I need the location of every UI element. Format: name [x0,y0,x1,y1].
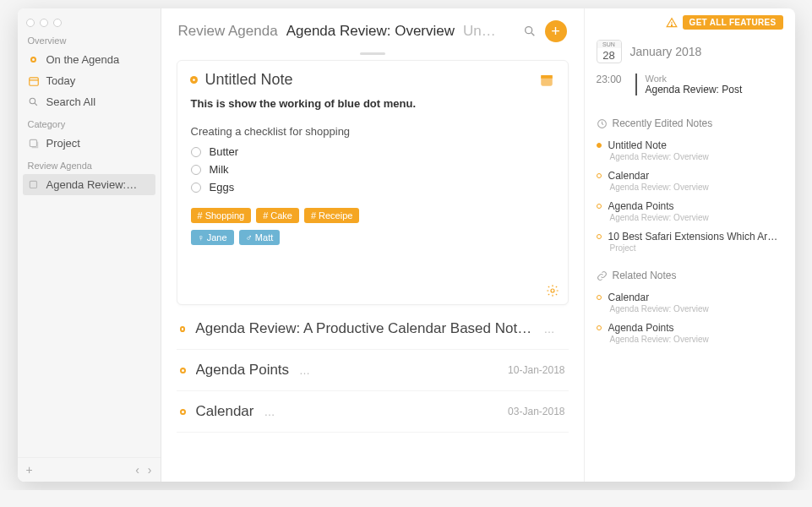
sidebar-item-on-the-agenda[interactable]: On the Agenda [18,49,161,70]
add-note-button[interactable]: + [545,20,567,42]
svg-line-7 [531,33,534,35]
tag-cake[interactable]: #Cake [256,208,299,223]
agenda-dot-icon [597,234,602,239]
event-time: 23:00 [597,74,627,95]
search-icon [28,96,40,108]
event-category: Work [646,74,743,84]
checkbox-icon[interactable] [191,165,201,175]
sidebar-section-category: Category [18,112,161,133]
search-button[interactable] [523,25,537,38]
ellipsis-icon: … [544,323,555,335]
nav-forward-button[interactable]: › [148,463,152,477]
note-body[interactable]: This is show the working of blue dot men… [191,89,554,245]
get-all-features-button[interactable]: GET ALL FEATURES [683,15,783,30]
note-list-title: Calendar [196,403,254,420]
gear-icon[interactable] [546,284,559,297]
window-controls [18,14,161,29]
sidebar-footer: + ‹ › [18,457,161,482]
agenda-dot-icon [180,326,186,332]
calendar-icon [28,75,40,87]
people-row: ♀Jane ♂Matt [191,230,554,245]
svg-rect-9 [541,75,553,79]
svg-line-3 [35,103,37,106]
sidebar-item-label: Search All [46,95,96,108]
svg-rect-0 [29,77,38,84]
note-list-title: Agenda Points [196,362,290,379]
agenda-dot-icon[interactable] [191,77,197,83]
note-list-title: Agenda Review: A Productive Calendar Bas… [195,320,533,337]
sidebar-item-today[interactable]: Today [18,70,161,91]
minimize-window[interactable] [40,19,48,27]
tag-shopping[interactable]: #Shopping [191,208,252,223]
app-window: Overview On the Agenda Today Search All … [18,8,795,482]
right-panel: GET ALL FEATURES SUN 28 January 2018 23:… [584,8,795,482]
note-list-item[interactable]: Calendar … 03-Jan-2018 [177,391,569,433]
sidebar-section-overview: Overview [18,29,161,49]
checkbox-icon[interactable] [191,147,201,157]
sidebar-item-label: Project [46,137,80,150]
drag-handle[interactable] [360,52,385,55]
checklist-item[interactable]: Milk [191,161,554,178]
checkbox-icon[interactable] [191,183,201,193]
svg-point-2 [30,98,35,104]
stack-icon [28,138,40,150]
checklist: Creating a checklist for shopping Butter… [191,125,554,196]
agenda-dot-icon [28,54,40,66]
sidebar-item-label: Agenda Review:… [46,178,138,191]
calendar-header[interactable]: SUN 28 January 2018 [597,40,783,63]
note-list-item[interactable]: Agenda Points … 10-Jan-2018 [177,350,569,391]
warning-icon[interactable] [666,17,678,29]
sidebar: Overview On the Agenda Today Search All … [18,8,161,482]
calendar-event[interactable]: 23:00 Work Agenda Review: Post [597,74,783,95]
related-note-item[interactable]: Calendar Agenda Review: Overview [597,288,783,319]
note-title[interactable]: Untitled Note [205,71,293,89]
close-window[interactable] [26,19,35,27]
sidebar-item-label: Today [46,74,76,87]
related-section-header: Related Notes [597,270,783,281]
agenda-dot-icon [180,368,186,373]
note-body-line: This is show the working of blue dot men… [191,97,554,110]
tag-row: #Shopping #Cake #Receipe [191,208,554,223]
svg-rect-5 [30,181,36,188]
recent-note-item[interactable]: Agenda Points Agenda Review: Overview [597,197,783,227]
checklist-item[interactable]: Eggs [191,178,554,196]
recent-note-item[interactable]: 10 Best Safari Extensions Which Are Actu… [597,227,783,258]
agenda-dot-icon [597,173,602,178]
sidebar-item-search-all[interactable]: Search All [18,91,161,112]
recent-note-item[interactable]: Untitled Note Agenda Review: Overview [597,136,783,166]
agenda-dot-icon [597,325,602,330]
tag-receipe[interactable]: #Receipe [304,208,359,223]
svg-rect-4 [30,139,36,146]
ellipsis-icon: … [299,364,310,377]
sidebar-section-review-agenda: Review Agenda [18,154,161,174]
svg-point-10 [551,289,554,292]
recent-note-item[interactable]: Calendar Agenda Review: Overview [597,166,783,197]
person-matt[interactable]: ♂Matt [239,230,281,245]
breadcrumb[interactable]: Review Agenda [178,23,278,40]
note-list-item[interactable]: Agenda Review: A Productive Calendar Bas… [177,308,569,350]
event-bar [635,74,637,95]
note-list: Agenda Review: A Productive Calendar Bas… [177,308,569,433]
checklist-item[interactable]: Butter [191,143,554,161]
checklist-title: Creating a checklist for shopping [191,125,554,138]
calendar-icon[interactable] [539,73,554,88]
page-subtitle: Untitl… [463,23,497,40]
note-list-date: 03-Jan-2018 [508,406,564,417]
main-panel: Review Agenda Agenda Review: Overview Un… [161,8,584,482]
nav-back-button[interactable]: ‹ [135,463,139,477]
sidebar-item-label: On the Agenda [46,53,120,66]
ellipsis-icon: … [264,406,275,418]
recent-section-header: Recently Edited Notes [597,117,783,129]
page-title: Agenda Review: Overview [286,23,455,40]
sidebar-item-project[interactable]: Project [18,133,161,154]
sidebar-item-agenda-review[interactable]: Agenda Review:… [23,174,155,195]
svg-point-6 [525,27,531,34]
stack-icon [28,179,40,191]
person-jane[interactable]: ♀Jane [191,230,234,245]
checklist-item-label: Milk [210,163,229,176]
add-project-button[interactable]: + [26,463,33,477]
related-note-item[interactable]: Agenda Points Agenda Review: Overview [597,319,783,349]
note-card[interactable]: Untitled Note This is show the working o… [177,60,569,305]
maximize-window[interactable] [53,19,62,27]
checklist-item-label: Butter [210,145,239,158]
